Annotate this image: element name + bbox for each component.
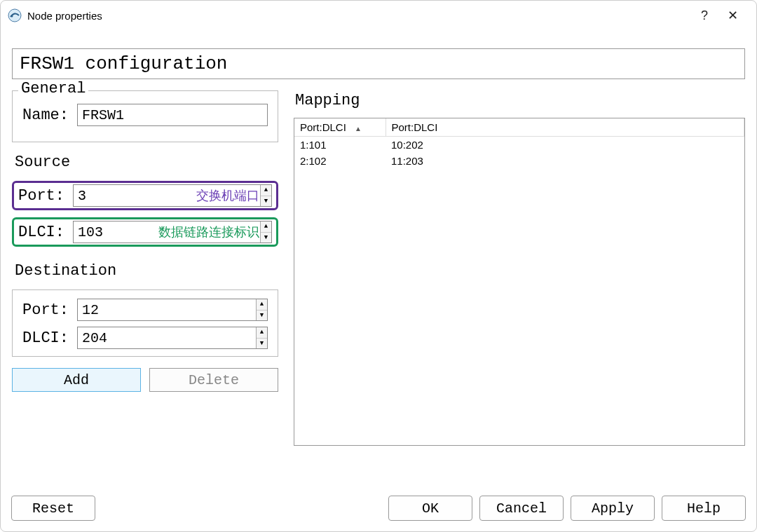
window-title: Node properties (27, 10, 690, 22)
dest-dlci-label: DLCI: (22, 329, 77, 347)
destination-legend: Destination (15, 262, 278, 280)
title-bar: Node properties ? ✕ (1, 1, 756, 29)
table-row[interactable]: 1:10110:202 (294, 137, 744, 154)
destination-group: Port: ▲ ▼ DLCI: ▲ ▼ (12, 289, 278, 357)
mapping-table[interactable]: Port:DLCI ▲ Port:DLCI 1:10110:2022:10211… (294, 118, 745, 446)
name-input[interactable] (77, 104, 268, 126)
dest-port-spin-up[interactable]: ▲ (257, 299, 267, 311)
dest-port-spin-down[interactable]: ▼ (257, 311, 267, 321)
ok-button[interactable]: OK (388, 496, 472, 521)
source-dlci-spin-up[interactable]: ▲ (261, 221, 271, 233)
dest-dlci-input[interactable] (77, 327, 268, 349)
reset-button[interactable]: Reset (11, 496, 95, 521)
dest-port-label: Port: (22, 301, 77, 319)
table-row[interactable]: 2:10211:203 (294, 153, 744, 169)
help-button[interactable]: ? (690, 8, 718, 23)
mapping-cell-dest: 10:202 (386, 137, 744, 154)
source-port-spin-up[interactable]: ▲ (261, 185, 271, 196)
dest-port-input[interactable] (77, 299, 268, 321)
mapping-legend: Mapping (295, 92, 745, 109)
mapping-col2-text: Port:DLCI (392, 121, 438, 133)
mapping-cell-source: 1:101 (294, 137, 386, 154)
source-port-label: Port: (18, 187, 73, 205)
dest-dlci-spin-up[interactable]: ▲ (257, 327, 267, 339)
page-title-text: FRSW1 configuration (20, 53, 227, 74)
mapping-cell-source: 2:102 (294, 153, 386, 169)
general-group: General Name: (12, 90, 278, 142)
general-legend: General (18, 80, 88, 97)
svg-point-1 (11, 15, 13, 18)
app-icon (8, 8, 22, 22)
page-title: FRSW1 configuration (12, 48, 745, 79)
apply-button[interactable]: Apply (571, 496, 655, 521)
svg-point-0 (8, 9, 21, 22)
source-port-input[interactable] (73, 184, 272, 207)
mapping-col1-header[interactable]: Port:DLCI ▲ (294, 118, 386, 137)
mapping-cell-dest: 11:203 (386, 153, 744, 169)
cancel-button[interactable]: Cancel (479, 496, 564, 521)
source-dlci-input[interactable] (73, 221, 272, 243)
source-legend: Source (15, 154, 278, 171)
source-dlci-spin-down[interactable]: ▼ (261, 233, 271, 243)
help-button-footer[interactable]: Help (662, 496, 746, 521)
sort-asc-icon: ▲ (355, 125, 362, 132)
source-port-spin-down[interactable]: ▼ (261, 196, 271, 207)
add-button[interactable]: Add (12, 368, 141, 392)
source-dlci-label: DLCI: (18, 224, 73, 241)
mapping-col2-header[interactable]: Port:DLCI (386, 118, 744, 137)
dest-dlci-spin-down[interactable]: ▼ (257, 339, 267, 349)
mapping-col1-text: Port:DLCI (300, 121, 346, 133)
name-label: Name: (22, 107, 77, 124)
close-button[interactable]: ✕ (718, 8, 746, 23)
delete-button[interactable]: Delete (149, 368, 278, 392)
